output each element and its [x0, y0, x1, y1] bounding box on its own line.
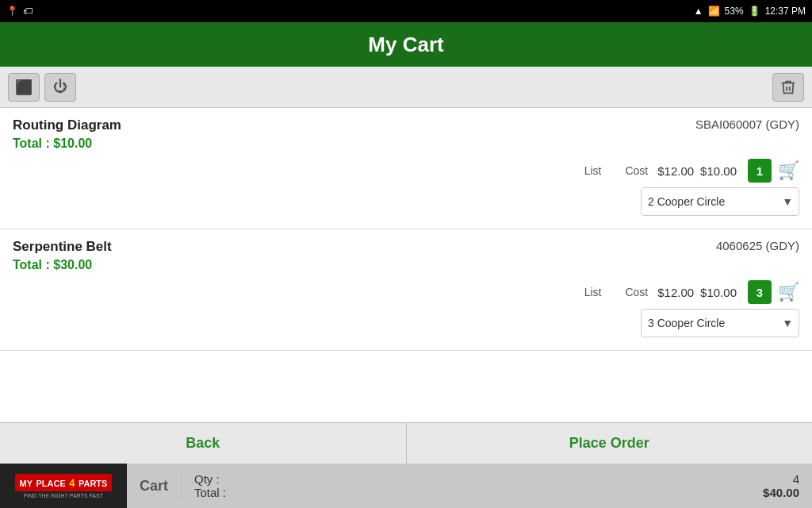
item-1-cost-label: Cost — [625, 164, 648, 177]
item-1-list-label: List — [584, 164, 602, 177]
item-2-list-price: $12.00 — [657, 286, 694, 299]
item-1-qty-badge: 1 — [748, 159, 772, 183]
footer-qty-row: Qty : 4 — [194, 472, 799, 486]
item-1-pricing-row: List Cost $12.00 $10.00 1 🛒 — [13, 159, 799, 183]
logo-parts: PARTS — [79, 479, 107, 488]
item-2-location-row: 3 Cooper Circle 1 Cooper Circle 2 Cooper… — [13, 309, 799, 337]
trash-button[interactable] — [772, 73, 804, 102]
power-icon: ⏻ — [53, 79, 67, 95]
footer-qty-value: 4 — [793, 472, 799, 486]
stop-icon: ⬛ — [15, 79, 33, 96]
power-button[interactable]: ⏻ — [44, 73, 76, 102]
status-bar-left: 📍 🏷 — [6, 6, 33, 17]
footer-qty-label: Qty : — [194, 472, 220, 486]
status-bar-right: ▲ 📶 53% 🔋 12:37 PM — [694, 6, 806, 17]
item-2-sku: 4060625 (GDY) — [716, 239, 799, 252]
footer-total-value: $40.00 — [763, 486, 799, 499]
cart-item-1-header: Routing Diagram SBAI060007 (GDY) — [13, 117, 799, 133]
action-bar: Back Place Order — [0, 422, 812, 464]
battery-icon: 🔋 — [749, 6, 760, 17]
item-2-qty-badge: 3 — [748, 280, 772, 304]
trash-icon — [779, 79, 797, 96]
toolbar-left: ⬛ ⏻ — [8, 73, 76, 102]
item-2-location-select[interactable]: 3 Cooper Circle 1 Cooper Circle 2 Cooper… — [641, 309, 799, 337]
item-1-pricing-labels: List Cost — [584, 164, 649, 177]
place-order-button[interactable]: Place Order — [407, 423, 813, 464]
status-bar: 📍 🏷 ▲ 📶 53% 🔋 12:37 PM — [0, 0, 812, 22]
signal-icon: 📶 — [708, 6, 720, 17]
footer-total-row: Total : $40.00 — [194, 486, 799, 499]
footer-cart-label: Cart — [127, 478, 181, 495]
logo-place: PLACE — [36, 479, 66, 488]
main-content: Routing Diagram SBAI060007 (GDY) Total :… — [0, 108, 812, 422]
back-button[interactable]: Back — [0, 423, 407, 464]
item-2-total: Total : $30.00 — [13, 258, 799, 272]
item-1-list-price: $12.00 — [657, 164, 694, 178]
wifi-icon: ▲ — [694, 6, 703, 17]
app-header: My Cart — [0, 22, 812, 67]
cart-icon-2: 🛒 — [778, 282, 799, 302]
item-2-location-wrapper: 3 Cooper Circle 1 Cooper Circle 2 Cooper… — [641, 309, 799, 337]
stop-button[interactable]: ⬛ — [8, 73, 40, 102]
item-1-sku: SBAI060007 (GDY) — [695, 117, 799, 131]
logo-subtitle: FIND THE RIGHT PARTS FAST — [15, 493, 113, 498]
battery-text: 53% — [725, 6, 744, 17]
toolbar: ⬛ ⏻ — [0, 67, 812, 108]
cart-item-2-header: Serpentine Belt 4060625 (GDY) — [13, 239, 799, 255]
item-2-name: Serpentine Belt — [13, 239, 112, 255]
cart-icon-1: 🛒 — [778, 160, 799, 181]
logo-my: MY — [20, 479, 33, 488]
logo-4: 4 — [69, 477, 75, 489]
app-logo: MY PLACE 4 PARTS FIND THE RIGHT PARTS FA… — [0, 464, 127, 508]
cart-item-2: Serpentine Belt 4060625 (GDY) Total : $3… — [0, 229, 812, 351]
item-1-cost-price: $10.00 — [700, 164, 737, 178]
item-2-pricing-row: List Cost $12.00 $10.00 3 🛒 — [13, 280, 799, 304]
item-2-cost-price: $10.00 — [700, 286, 737, 299]
item-1-location-row: 2 Cooper Circle 1 Cooper Circle 3 Cooper… — [13, 187, 799, 216]
footer-info: Qty : 4 Total : $40.00 — [181, 472, 812, 499]
item-1-location-select[interactable]: 2 Cooper Circle 1 Cooper Circle 3 Cooper… — [641, 187, 799, 216]
item-1-location-wrapper: 2 Cooper Circle 1 Cooper Circle 3 Cooper… — [641, 187, 799, 216]
page-title: My Cart — [368, 33, 443, 57]
item-2-cost-label: Cost — [625, 286, 648, 298]
footer-bar: MY PLACE 4 PARTS FIND THE RIGHT PARTS FA… — [0, 464, 812, 508]
item-1-name: Routing Diagram — [13, 117, 121, 133]
location-icon: 📍 — [6, 6, 18, 17]
item-2-list-label: List — [584, 286, 602, 298]
cart-item-1: Routing Diagram SBAI060007 (GDY) Total :… — [0, 108, 812, 229]
footer-total-label: Total : — [194, 486, 226, 499]
tag-icon: 🏷 — [23, 6, 33, 17]
time-display: 12:37 PM — [765, 6, 806, 17]
item-2-pricing-labels: List Cost — [584, 286, 649, 298]
item-1-total: Total : $10.00 — [13, 137, 799, 151]
